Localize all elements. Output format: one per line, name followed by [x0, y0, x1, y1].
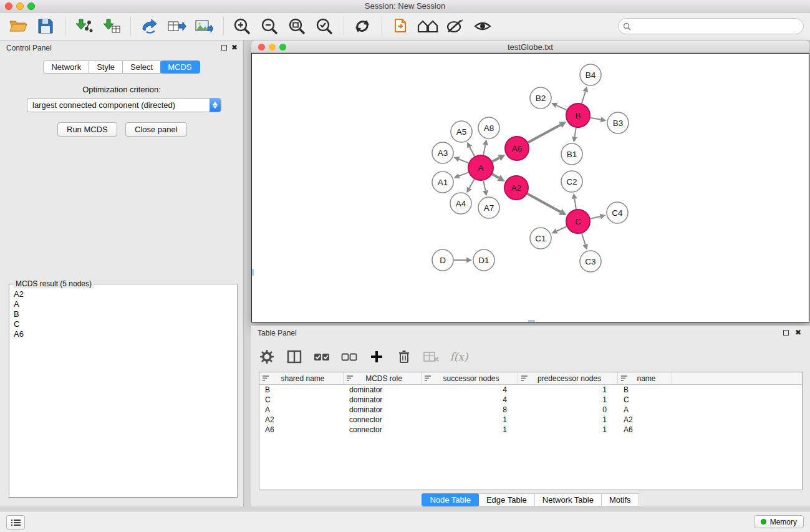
- task-history-button[interactable]: [6, 515, 25, 530]
- show-columns-button[interactable]: [285, 347, 304, 366]
- graph-node-b[interactable]: B: [566, 104, 590, 127]
- graph-edge-a6-b[interactable]: [528, 125, 561, 142]
- column-header-shared-name[interactable]: shared name: [259, 372, 344, 384]
- export-image-button[interactable]: [193, 16, 215, 37]
- graph-node-b4[interactable]: B4: [580, 64, 601, 85]
- show-hide-graphics-button[interactable]: [472, 16, 493, 37]
- result-item-b[interactable]: B: [11, 309, 236, 319]
- graph-edge-c-c3[interactable]: [582, 233, 586, 244]
- optimization-criterion-select[interactable]: largest connected component (directed): [27, 98, 221, 112]
- duplicate-network-button[interactable]: [390, 16, 411, 37]
- graph-edge-a-a4[interactable]: [470, 179, 475, 188]
- table-row-a2[interactable]: A2connector11A2: [259, 415, 802, 425]
- graph-edge-a-a7[interactable]: [483, 181, 485, 191]
- close-panel-button[interactable]: Close panel: [125, 122, 187, 137]
- graph-node-a7[interactable]: A7: [478, 197, 499, 218]
- export-network-button[interactable]: [138, 16, 160, 37]
- export-table-button[interactable]: [166, 16, 187, 37]
- graph-edge-b-b4[interactable]: [582, 92, 586, 104]
- horizontal-scroll-indicator[interactable]: [528, 320, 535, 322]
- graph-node-c1[interactable]: C1: [530, 228, 551, 249]
- graph-edge-a2-c[interactable]: [528, 194, 561, 212]
- apply-function-button[interactable]: f(x): [450, 347, 468, 366]
- result-item-a6[interactable]: A6: [11, 329, 236, 339]
- graph-node-a5[interactable]: A5: [451, 121, 472, 142]
- float-panel-icon[interactable]: [783, 330, 789, 336]
- tab-mcds[interactable]: MCDS: [160, 60, 200, 74]
- home-button[interactable]: [417, 16, 438, 37]
- tab-edge-table[interactable]: Edge Table: [478, 493, 535, 506]
- table-row-a6[interactable]: A6connector11A6: [259, 425, 802, 435]
- graph-node-c4[interactable]: C4: [607, 202, 628, 223]
- result-item-c[interactable]: C: [11, 319, 236, 329]
- tab-motifs[interactable]: Motifs: [601, 493, 639, 506]
- zoom-fit-button[interactable]: [286, 16, 307, 37]
- tab-style[interactable]: Style: [89, 60, 123, 74]
- column-header-mcds-role[interactable]: MCDS role: [344, 372, 422, 384]
- zoom-selected-button[interactable]: [314, 16, 335, 37]
- graph-node-c[interactable]: C: [566, 210, 590, 233]
- table-row-c[interactable]: Cdominator41C: [259, 395, 802, 405]
- graph-edge-a-a6[interactable]: [493, 158, 499, 162]
- run-mcds-button[interactable]: Run MCDS: [57, 122, 117, 137]
- float-panel-icon[interactable]: [221, 45, 227, 51]
- graph-node-a6[interactable]: A6: [505, 137, 529, 160]
- add-row-button[interactable]: [367, 347, 386, 366]
- graph-edge-c-c2[interactable]: [574, 199, 576, 210]
- graph-node-c2[interactable]: C2: [561, 171, 582, 192]
- graph-node-a2[interactable]: A2: [504, 176, 528, 200]
- graph-node-b3[interactable]: B3: [607, 112, 629, 133]
- search-input[interactable]: [631, 21, 803, 32]
- graph-edge-a-a8[interactable]: [483, 145, 485, 155]
- table-row-b[interactable]: Bdominator41B: [259, 385, 802, 395]
- graph-edge-a-a1[interactable]: [459, 172, 468, 176]
- memory-button[interactable]: Memory: [754, 515, 804, 528]
- graph-edge-a-a3[interactable]: [459, 159, 468, 163]
- graph-edge-b-b1[interactable]: [574, 128, 576, 137]
- column-header-successor-nodes[interactable]: successor nodes: [422, 372, 518, 384]
- graph-edge-c-c1[interactable]: [557, 226, 567, 231]
- graph-edge-b-b2[interactable]: [556, 105, 567, 110]
- graph-node-b2[interactable]: B2: [530, 87, 551, 109]
- tab-network[interactable]: Network: [43, 60, 89, 74]
- graph-node-c3[interactable]: C3: [580, 251, 601, 272]
- delete-row-button[interactable]: [395, 347, 413, 366]
- column-header-predecessor-nodes[interactable]: predecessor nodes: [518, 372, 618, 384]
- graph-edge-a-a2[interactable]: [492, 174, 499, 178]
- vertical-scroll-indicator[interactable]: [252, 269, 254, 276]
- network-canvas[interactable]: AA1A2A3A4A5A6A7A8BB1B2B3B4CC1C2C3C4DD1: [251, 53, 809, 322]
- open-file-button[interactable]: [7, 16, 29, 37]
- deselect-all-button[interactable]: [340, 347, 359, 366]
- graph-node-a4[interactable]: A4: [450, 193, 471, 214]
- graph-node-d1[interactable]: D1: [473, 249, 494, 271]
- search-field[interactable]: [618, 18, 804, 34]
- column-header-name[interactable]: name: [618, 372, 672, 384]
- import-table-button[interactable]: [100, 16, 122, 37]
- graph-node-a3[interactable]: A3: [432, 142, 453, 163]
- close-panel-icon[interactable]: ✖: [795, 328, 801, 337]
- table-row-a[interactable]: Adominator80A: [259, 405, 802, 415]
- style-wizard-button[interactable]: [445, 16, 466, 37]
- import-network-button[interactable]: [73, 16, 94, 37]
- result-item-a2[interactable]: A2: [11, 289, 236, 299]
- graph-edge-b-b3[interactable]: [591, 118, 601, 120]
- graph-node-a[interactable]: A: [468, 155, 493, 180]
- graph-node-a8[interactable]: A8: [478, 117, 499, 138]
- refresh-button[interactable]: [352, 16, 373, 37]
- zoom-in-button[interactable]: [231, 16, 253, 37]
- result-item-a[interactable]: A: [11, 299, 236, 309]
- select-all-button[interactable]: [312, 347, 331, 366]
- graph-edge-c-c4[interactable]: [591, 216, 600, 219]
- graph-edge-a-a5[interactable]: [470, 147, 475, 157]
- tab-node-table[interactable]: Node Table: [422, 493, 479, 506]
- tab-select[interactable]: Select: [123, 60, 161, 74]
- graph-node-b1[interactable]: B1: [561, 143, 582, 165]
- graph-node-a1[interactable]: A1: [432, 172, 453, 193]
- table-settings-button[interactable]: [258, 347, 276, 366]
- tab-network-table[interactable]: Network Table: [534, 493, 602, 506]
- close-panel-icon[interactable]: ✖: [231, 43, 238, 52]
- graph-node-d[interactable]: D: [432, 249, 453, 271]
- save-session-button[interactable]: [35, 16, 56, 37]
- delete-table-button[interactable]: [422, 347, 441, 366]
- zoom-out-button[interactable]: [259, 16, 280, 37]
